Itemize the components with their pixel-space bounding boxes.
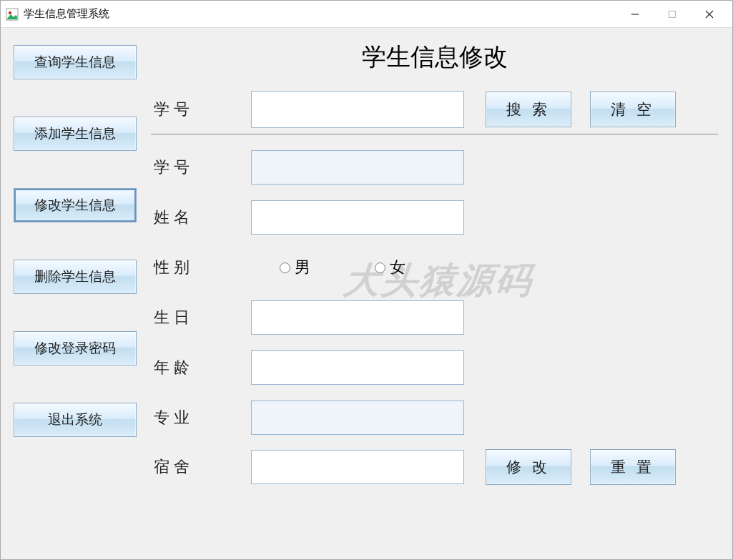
window-controls <box>616 3 728 26</box>
reset-button[interactable]: 重 置 <box>590 449 676 485</box>
minimize-button[interactable] <box>616 3 654 26</box>
content-area: 查询学生信息 添加学生信息 修改学生信息 删除学生信息 修改登录密码 退出系统 … <box>1 28 732 559</box>
clear-button[interactable]: 清 空 <box>590 92 676 127</box>
separator <box>151 134 718 134</box>
sidebar-item-modify[interactable]: 修改学生信息 <box>14 188 137 222</box>
dorm-label: 宿舍 <box>151 456 251 478</box>
major-input[interactable] <box>251 401 464 435</box>
id-label: 学号 <box>151 157 251 178</box>
age-input[interactable] <box>251 350 464 385</box>
search-id-label: 学号 <box>151 99 251 120</box>
age-label: 年龄 <box>151 357 251 378</box>
gender-male-option[interactable]: 男 <box>280 257 310 278</box>
svg-point-1 <box>9 11 11 14</box>
gender-female-label: 女 <box>390 257 405 278</box>
major-label: 专业 <box>151 407 251 428</box>
sidebar-item-add[interactable]: 添加学生信息 <box>14 117 137 151</box>
search-row: 学号 搜 索 清 空 <box>151 91 718 128</box>
gender-label: 性别 <box>151 257 251 278</box>
titlebar: 学生信息管理系统 <box>1 1 732 28</box>
name-input[interactable] <box>251 200 464 235</box>
name-label: 姓名 <box>151 207 251 228</box>
gender-radio-group: 男 女 <box>251 250 405 285</box>
birthday-input[interactable] <box>251 300 464 335</box>
main-panel: 学生信息修改 学号 搜 索 清 空 学号 姓名 性别 <box>144 28 732 559</box>
app-icon <box>5 7 19 21</box>
page-title: 学生信息修改 <box>151 41 718 74</box>
gender-male-radio[interactable] <box>280 262 290 273</box>
maximize-button[interactable] <box>654 3 691 26</box>
app-window: 学生信息管理系统 查询学生信息 添加学生信息 修改学生信息 删除学生信息 修改登… <box>0 0 733 560</box>
sidebar: 查询学生信息 添加学生信息 修改学生信息 删除学生信息 修改登录密码 退出系统 <box>1 28 144 559</box>
dorm-input[interactable] <box>251 450 464 484</box>
sidebar-item-delete[interactable]: 删除学生信息 <box>14 260 137 294</box>
bottom-row: 宿舍 修 改 重 置 <box>151 449 718 485</box>
search-button[interactable]: 搜 索 <box>486 92 571 127</box>
close-button[interactable] <box>691 3 728 26</box>
form-area: 学号 姓名 性别 男 女 <box>151 150 718 485</box>
modify-button[interactable]: 修 改 <box>486 449 571 485</box>
sidebar-item-query[interactable]: 查询学生信息 <box>14 45 137 79</box>
birthday-label: 生日 <box>151 307 251 328</box>
id-input[interactable] <box>251 150 464 185</box>
sidebar-item-password[interactable]: 修改登录密码 <box>14 331 137 365</box>
sidebar-item-exit[interactable]: 退出系统 <box>14 403 137 437</box>
gender-female-radio[interactable] <box>375 262 385 273</box>
gender-female-option[interactable]: 女 <box>375 257 405 278</box>
window-title: 学生信息管理系统 <box>24 7 109 21</box>
gender-male-label: 男 <box>295 257 310 278</box>
search-id-input[interactable] <box>251 91 464 128</box>
svg-rect-3 <box>669 11 676 17</box>
